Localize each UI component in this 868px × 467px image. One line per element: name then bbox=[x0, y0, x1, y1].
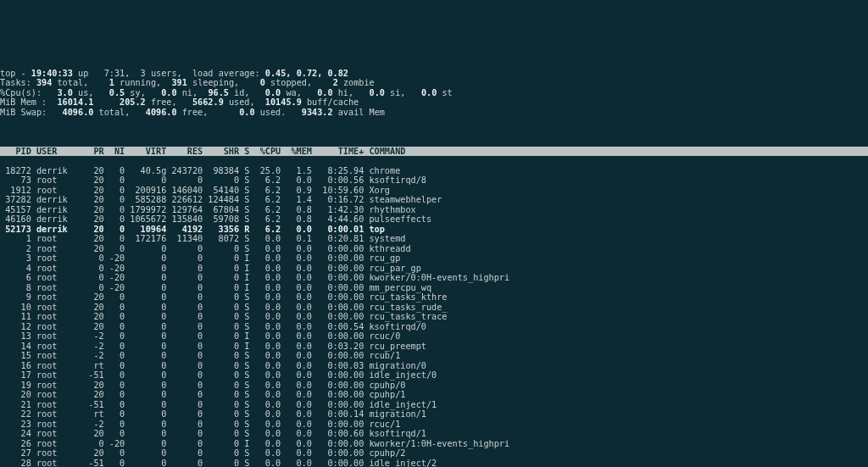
process-row[interactable]: 1 root 20 0 172176 11340 8072 S 0.0 0.1 … bbox=[0, 234, 868, 244]
summary-tasks: Tasks: 394 total, 1 running, 391 sleepin… bbox=[0, 78, 375, 87]
process-row[interactable]: 22 root rt 0 0 0 0 S 0.0 0.0 0:00.14 mig… bbox=[0, 409, 868, 420]
process-row[interactable]: 24 root 20 0 0 0 0 S 0.0 0.0 0:00.60 kso… bbox=[0, 429, 868, 439]
process-row[interactable]: 18272 derrik 20 0 40.5g 243720 98384 S 2… bbox=[0, 166, 868, 176]
blank-line bbox=[0, 127, 868, 137]
process-row[interactable]: 73 root 20 0 0 0 0 S 6.2 0.0 0:00.56 kso… bbox=[0, 175, 868, 186]
process-row[interactable]: 23 root -2 0 0 0 0 S 0.0 0.0 0:00.00 rcu… bbox=[0, 420, 868, 430]
process-row[interactable]: 52173 derrik 20 0 10964 4192 3356 R 6.2 … bbox=[0, 225, 868, 235]
process-row[interactable]: 8 root 0 -20 0 0 0 I 0.0 0.0 0:00.00 mm_… bbox=[0, 283, 868, 293]
process-row[interactable]: 2 root 20 0 0 0 0 S 0.0 0.0 0:00.00 kthr… bbox=[0, 244, 868, 254]
process-row[interactable]: 21 root -51 0 0 0 0 S 0.0 0.0 0:00.00 id… bbox=[0, 400, 868, 410]
process-row[interactable]: 3 root 0 -20 0 0 0 I 0.0 0.0 0:00.00 rcu… bbox=[0, 253, 868, 264]
process-header[interactable]: PID USER PR NI VIRT RES SHR S %CPU %MEM … bbox=[0, 147, 868, 157]
process-list[interactable]: 18272 derrik 20 0 40.5g 243720 98384 S 2… bbox=[0, 166, 868, 468]
process-row[interactable]: 20 root 20 0 0 0 0 S 0.0 0.0 0:00.00 cpu… bbox=[0, 390, 868, 400]
process-row[interactable]: 14 root -2 0 0 0 0 I 0.0 0.0 0:03.20 rcu… bbox=[0, 342, 868, 352]
process-row[interactable]: 19 root 20 0 0 0 0 S 0.0 0.0 0:00.00 cpu… bbox=[0, 381, 868, 391]
process-row[interactable]: 13 root -2 0 0 0 0 I 0.0 0.0 0:00.00 rcu… bbox=[0, 331, 868, 342]
summary-line1: top - 19:40:33 up 7:31, 3 users, load av… bbox=[0, 69, 348, 78]
process-row[interactable]: 10 root 20 0 0 0 0 S 0.0 0.0 0:00.00 rcu… bbox=[0, 303, 868, 313]
summary-swap: MiB Swap: 4096.0 total, 4096.0 free, 0.0… bbox=[0, 108, 385, 117]
process-row[interactable]: 6 root 0 -20 0 0 0 I 0.0 0.0 0:00.00 kwo… bbox=[0, 273, 868, 283]
process-row[interactable]: 1912 root 20 0 200916 146040 54140 S 6.2… bbox=[0, 186, 868, 196]
process-row[interactable]: 27 root 20 0 0 0 0 S 0.0 0.0 0:00.00 cpu… bbox=[0, 448, 868, 459]
summary-mem: MiB Mem : 16014.1 205.2 free, 5662.9 use… bbox=[0, 97, 359, 107]
process-row[interactable]: 46160 derrik 20 0 1065672 135840 59708 S… bbox=[0, 214, 868, 225]
process-row[interactable]: 9 root 20 0 0 0 0 S 0.0 0.0 0:00.00 rcu_… bbox=[0, 292, 868, 303]
process-row[interactable]: 17 root -51 0 0 0 0 S 0.0 0.0 0:00.00 id… bbox=[0, 370, 868, 381]
process-row[interactable]: 37282 derrik 20 0 585288 226612 124484 S… bbox=[0, 195, 868, 205]
process-row[interactable]: 4 root 0 -20 0 0 0 I 0.0 0.0 0:00.00 rcu… bbox=[0, 264, 868, 274]
process-row[interactable]: 45157 derrik 20 0 1799972 129764 67804 S… bbox=[0, 205, 868, 215]
process-row[interactable]: 28 root -51 0 0 0 0 S 0.0 0.0 0:00.00 id… bbox=[0, 459, 868, 468]
process-row[interactable]: 15 root -2 0 0 0 0 S 0.0 0.0 0:00.00 rcu… bbox=[0, 351, 868, 361]
process-row[interactable]: 16 root rt 0 0 0 0 S 0.0 0.0 0:00.03 mig… bbox=[0, 361, 868, 371]
process-row[interactable]: 11 root 20 0 0 0 0 S 0.0 0.0 0:00.00 rcu… bbox=[0, 312, 868, 322]
process-row[interactable]: 26 root 0 -20 0 0 0 I 0.0 0.0 0:00.00 kw… bbox=[0, 439, 868, 449]
top-summary: top - 19:40:33 up 7:31, 3 users, load av… bbox=[0, 58, 868, 117]
summary-cpu: %Cpu(s): 3.0 us, 0.5 sy, 0.0 ni, 96.5 id… bbox=[0, 88, 453, 97]
process-row[interactable]: 12 root 20 0 0 0 0 S 0.0 0.0 0:00.54 kso… bbox=[0, 322, 868, 332]
